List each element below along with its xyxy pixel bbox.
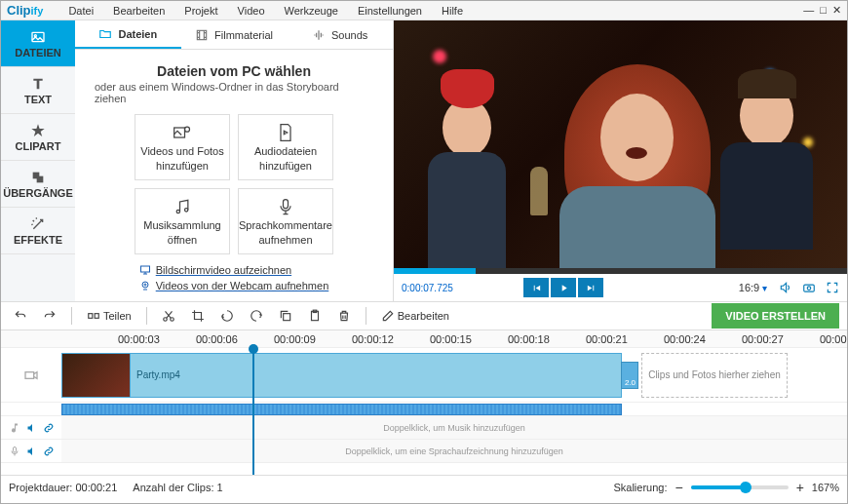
sound-icon bbox=[312, 28, 326, 42]
drop-zone[interactable]: Clips und Fotos hierher ziehen bbox=[641, 353, 788, 398]
prev-button[interactable] bbox=[523, 278, 549, 297]
menu-hilfe[interactable]: Hilfe bbox=[434, 3, 471, 19]
card-add-video-photo[interactable]: Videos und Fotoshinzufügen bbox=[135, 114, 230, 180]
sidebar-uebergaenge[interactable]: ÜBERGÄNGE bbox=[1, 161, 75, 208]
mic-icon bbox=[275, 197, 296, 216]
minimize-icon[interactable]: — bbox=[803, 4, 814, 17]
cut-button[interactable] bbox=[157, 306, 180, 326]
speaker-icon[interactable] bbox=[26, 446, 38, 457]
playhead[interactable] bbox=[252, 348, 254, 475]
menu-bearbeiten[interactable]: Bearbeiten bbox=[105, 3, 173, 19]
link-webcam-record[interactable]: Videos von der Webcam aufnehmen bbox=[139, 280, 329, 291]
text-icon bbox=[30, 76, 46, 92]
rotate-left-button[interactable] bbox=[215, 306, 239, 326]
svg-point-7 bbox=[176, 210, 179, 213]
create-video-button[interactable]: VIDEO ERSTELLEN bbox=[712, 303, 839, 329]
titlebar: Clipify Datei Bearbeiten Projekt Video W… bbox=[1, 1, 847, 20]
status-bar: Projektdauer: 00:00:21 Anzahl der Clips:… bbox=[1, 475, 847, 498]
video-clip[interactable]: Party.mp4 2.0 bbox=[61, 353, 622, 398]
timeline-ruler[interactable]: 00:00:03 00:00:06 00:00:09 00:00:12 00:0… bbox=[1, 330, 847, 348]
redo-button[interactable] bbox=[38, 306, 61, 326]
tab-dateien[interactable]: Dateien bbox=[75, 20, 181, 49]
aspect-ratio[interactable]: 16:9 ▾ bbox=[739, 282, 767, 293]
link-screen-record[interactable]: Bildschirmvideo aufzeichnen bbox=[139, 264, 329, 276]
preview-progress[interactable] bbox=[394, 268, 847, 274]
app-logo: Clipify bbox=[7, 3, 43, 18]
menu-video[interactable]: Video bbox=[230, 3, 273, 19]
menu-einstellungen[interactable]: Einstellungen bbox=[350, 3, 430, 19]
svg-point-6 bbox=[185, 127, 190, 132]
rotate-right-button[interactable] bbox=[245, 306, 268, 326]
menu-werkzeuge[interactable]: Werkzeuge bbox=[277, 3, 346, 19]
link-icon[interactable] bbox=[44, 423, 54, 433]
video-track-head[interactable] bbox=[1, 348, 61, 402]
sidebar: DATEIEN TEXT CLIPART ÜBERGÄNGE EFFEKTE bbox=[1, 20, 75, 301]
film-icon bbox=[195, 28, 209, 42]
volume-icon[interactable] bbox=[779, 281, 792, 294]
svg-rect-19 bbox=[283, 314, 289, 321]
tab-sounds[interactable]: Sounds bbox=[287, 20, 393, 49]
menu-projekt[interactable]: Projekt bbox=[176, 3, 225, 19]
maximize-icon[interactable]: □ bbox=[820, 4, 827, 17]
audio-file-icon bbox=[275, 123, 296, 142]
star-icon bbox=[30, 123, 46, 138]
card-record-voice[interactable]: Sprachkommentareaufnehmen bbox=[238, 188, 333, 254]
wand-icon bbox=[30, 216, 46, 232]
svg-rect-23 bbox=[14, 446, 17, 452]
zoom-label: Skalierung: bbox=[613, 482, 667, 493]
card-add-audio[interactable]: Audiodateienhinzufügen bbox=[238, 114, 333, 180]
svg-point-12 bbox=[144, 284, 146, 286]
clip-name: Party.mp4 bbox=[136, 369, 180, 380]
svg-rect-10 bbox=[140, 266, 149, 272]
undo-button[interactable] bbox=[9, 306, 32, 326]
edit-button[interactable]: Bearbeiten bbox=[376, 306, 454, 326]
timeline: Party.mp4 2.0 Clips und Fotos hierher zi… bbox=[1, 348, 847, 475]
window-controls: — □ ✕ bbox=[803, 4, 841, 17]
zoom-slider[interactable] bbox=[691, 485, 789, 489]
zoom-in-button[interactable]: + bbox=[796, 480, 804, 495]
next-button[interactable] bbox=[578, 278, 603, 297]
camera-icon[interactable] bbox=[802, 281, 816, 294]
voice-track-placeholder[interactable]: Doppelklick, um eine Sprachaufzeichnung … bbox=[61, 440, 847, 462]
crop-button[interactable] bbox=[186, 306, 210, 326]
monitor-icon bbox=[139, 264, 151, 276]
svg-point-11 bbox=[142, 282, 148, 288]
media-icon bbox=[172, 123, 193, 142]
clip-audio-waveform[interactable] bbox=[61, 404, 622, 415]
play-button[interactable] bbox=[551, 278, 576, 297]
paste-button[interactable] bbox=[303, 306, 327, 326]
split-button[interactable]: Teilen bbox=[82, 306, 136, 326]
svg-rect-16 bbox=[95, 314, 98, 319]
svg-point-14 bbox=[807, 287, 811, 291]
sidebar-effekte[interactable]: EFFEKTE bbox=[1, 208, 75, 254]
clip-transition-cap[interactable]: 2.0 bbox=[621, 362, 638, 389]
voice-track-head[interactable] bbox=[1, 440, 61, 462]
camera-track-icon bbox=[23, 368, 39, 383]
project-duration: Projektdauer: 00:00:21 bbox=[9, 482, 117, 493]
delete-button[interactable] bbox=[332, 306, 356, 326]
import-panel: Dateien Filmmaterial Sounds Dateien vom … bbox=[75, 20, 394, 301]
link-icon[interactable] bbox=[44, 446, 54, 456]
preview-video[interactable] bbox=[394, 20, 847, 268]
svg-rect-22 bbox=[25, 371, 34, 378]
card-music-library[interactable]: Musiksammlungöffnen bbox=[135, 188, 230, 254]
menu-datei[interactable]: Datei bbox=[60, 3, 101, 19]
music-track-placeholder[interactable]: Doppelklick, um Musik hinzuzufügen bbox=[61, 416, 847, 439]
clip-thumbnail bbox=[62, 354, 131, 397]
copy-button[interactable] bbox=[274, 306, 297, 326]
speaker-icon[interactable] bbox=[26, 422, 38, 434]
sidebar-dateien[interactable]: DATEIEN bbox=[1, 20, 75, 67]
svg-rect-3 bbox=[37, 175, 44, 182]
close-icon[interactable]: ✕ bbox=[832, 4, 841, 17]
svg-point-8 bbox=[185, 209, 188, 212]
fullscreen-icon[interactable] bbox=[826, 281, 839, 294]
webcam-icon bbox=[139, 280, 151, 291]
folder-icon bbox=[98, 27, 112, 41]
mic-track-icon bbox=[9, 446, 20, 457]
music-track-head[interactable] bbox=[1, 416, 61, 439]
sidebar-text[interactable]: TEXT bbox=[1, 67, 75, 114]
svg-rect-13 bbox=[804, 285, 815, 291]
zoom-out-button[interactable]: − bbox=[675, 480, 682, 495]
tab-filmmaterial[interactable]: Filmmaterial bbox=[181, 20, 288, 49]
sidebar-clipart[interactable]: CLIPART bbox=[1, 114, 75, 161]
